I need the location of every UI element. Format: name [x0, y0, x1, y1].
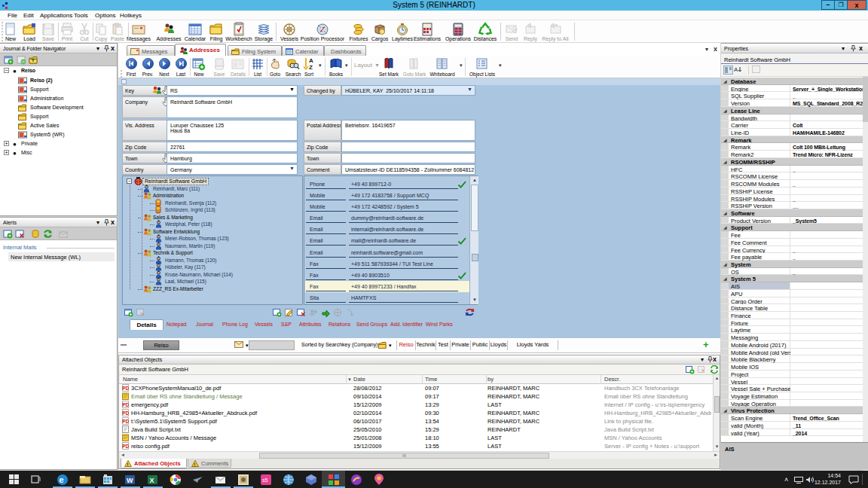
svg-text:PD: PD — [122, 386, 129, 391]
svg-text:Z: Z — [309, 64, 313, 71]
svg-text:X: X — [150, 477, 154, 484]
svg-text:A: A — [309, 57, 313, 64]
svg-text:A: A — [734, 66, 738, 73]
svg-text:!: ! — [194, 462, 196, 467]
svg-text:e: e — [60, 475, 64, 484]
svg-text:!: ! — [127, 462, 129, 467]
svg-text:PD: PD — [122, 419, 129, 424]
svg-text:PD: PD — [122, 444, 129, 449]
svg-text:s5: s5 — [262, 477, 268, 483]
svg-text:PD: PD — [122, 410, 129, 416]
svg-text:PD: PD — [122, 402, 129, 407]
svg-text:W: W — [127, 477, 133, 484]
